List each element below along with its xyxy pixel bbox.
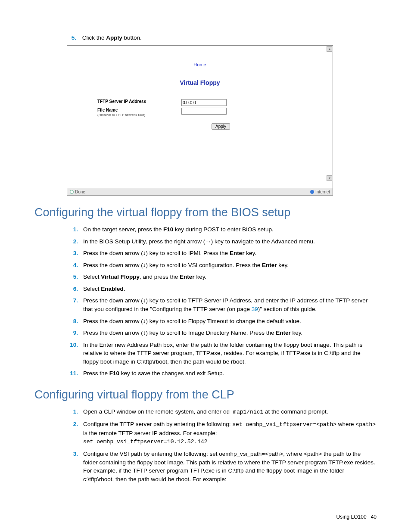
status-internet-text: Internet [315, 190, 330, 194]
code-text: set oemhp_vsi_tftpserver=<path> [232, 421, 336, 428]
list-item: 3.Configure the VSI path by entering the… [67, 450, 377, 483]
heading-bios-setup: Configuring the virtual floppy from the … [34, 206, 377, 219]
step-number: 5. [67, 34, 76, 41]
scroll-down-icon[interactable]: ▾ [327, 175, 332, 181]
footer-page: 40 [371, 514, 377, 520]
page-ref-link[interactable]: 39 [252, 306, 258, 312]
step-number: 10. [67, 341, 78, 366]
bios-steps-list: 1.On the target server, press the F10 ke… [67, 225, 377, 378]
step-body: Press the down arrow (↓) key to scroll t… [83, 296, 377, 313]
clp-steps-list: 1.Open a CLP window on the remote system… [67, 408, 377, 483]
list-item: 11.Press the F10 key to save the changes… [67, 369, 377, 378]
code-text: set oemhp_vsi_tftpserver=10.12.52.142 [83, 439, 208, 445]
step-number: 9. [67, 329, 78, 337]
step-number: 5. [67, 273, 78, 281]
step-number: 4. [67, 261, 78, 270]
step-number: 1. [67, 225, 78, 234]
code-text: <path> [355, 421, 376, 428]
home-link[interactable]: Home [67, 46, 333, 67]
step-body: Press the down arrow (↓) key to scroll t… [83, 249, 377, 258]
list-item: 7.Press the down arrow (↓) key to scroll… [67, 296, 377, 313]
page-heading: Virtual Floppy [67, 79, 333, 86]
step-body: Press the F10 key to save the changes an… [83, 369, 377, 378]
list-item: 6.Select Enabled. [67, 285, 377, 293]
step-body: In the BIOS Setup Utility, press the rig… [83, 237, 377, 246]
step-number: 1. [67, 408, 78, 417]
step-body: Press the down arrow (↓) key to scroll t… [83, 317, 377, 326]
status-done-text: Done [75, 190, 85, 194]
step-number: 3. [67, 450, 78, 483]
step-body: On the target server, press the F10 key … [83, 225, 377, 234]
list-item: 5.Select Virtual Floppy, and press the E… [67, 273, 377, 281]
step-text-post: button. [122, 34, 142, 41]
list-item: 2.Configure the TFTP server path by ente… [67, 420, 377, 446]
list-item: 3.Press the down arrow (↓) key to scroll… [67, 249, 377, 258]
tftp-ip-label: TFTP Server IP Address [97, 99, 181, 104]
scroll-up-icon[interactable]: ▴ [327, 46, 332, 52]
step-body: Press the down arrow (↓) key to scroll t… [83, 261, 377, 270]
step-body: Select Enabled. [83, 285, 377, 293]
list-item: 1.Open a CLP window on the remote system… [67, 408, 377, 417]
step-body: Open a CLP window on the remote system, … [83, 408, 377, 417]
file-name-label: File Name (Relative to TFTP server's roo… [97, 108, 181, 117]
step-body: Configure the TFTP server path by enteri… [83, 420, 377, 446]
step-number: 7. [67, 296, 78, 313]
code-text: cd map1/nic1 [223, 409, 264, 415]
list-item: 9.Press the down arrow (↓) key to scroll… [67, 329, 377, 337]
step-number: 2. [67, 237, 78, 246]
embedded-screenshot: ▴ Home Virtual Floppy TFTP Server IP Add… [67, 45, 333, 196]
done-icon [70, 190, 74, 194]
file-name-sublabel: (Relative to TFTP server's root) [97, 113, 181, 117]
step-5-intro: 5. Click the Apply button. [67, 34, 377, 41]
list-item: 2.In the BIOS Setup Utility, press the r… [67, 237, 377, 246]
step-number: 2. [67, 420, 78, 446]
page-footer: Using LO100 40 [336, 514, 377, 520]
list-item: 1.On the target server, press the F10 ke… [67, 225, 377, 234]
step-body: Select Virtual Floppy, and press the Ent… [83, 273, 377, 281]
virtual-floppy-form: TFTP Server IP Address File Name (Relati… [97, 99, 333, 130]
list-item: 8.Press the down arrow (↓) key to scroll… [67, 317, 377, 326]
browser-status-bar: Done Internet [67, 188, 333, 195]
step-number: 3. [67, 249, 78, 258]
heading-clp: Configuring virtual floppy from the CLP [34, 388, 377, 401]
step-number: 11. [67, 369, 78, 378]
step-number: 8. [67, 317, 78, 326]
step-text-pre: Click the [82, 34, 106, 41]
apply-button[interactable]: Apply [212, 123, 230, 130]
step-number: 6. [67, 285, 78, 293]
list-item: 10.In the Enter new Address Path box, en… [67, 341, 377, 366]
internet-icon [310, 190, 314, 194]
step-body: In the Enter new Address Path box, enter… [83, 341, 377, 366]
footer-label: Using LO100 [336, 514, 367, 520]
step-text-bold: Apply [106, 34, 122, 41]
tftp-ip-input[interactable] [181, 99, 227, 106]
list-item: 4.Press the down arrow (↓) key to scroll… [67, 261, 377, 270]
step-body: Press the down arrow (↓) key to scroll t… [83, 329, 377, 337]
step-body: Configure the VSI path by entering the f… [83, 450, 377, 483]
file-name-input[interactable] [181, 108, 227, 115]
